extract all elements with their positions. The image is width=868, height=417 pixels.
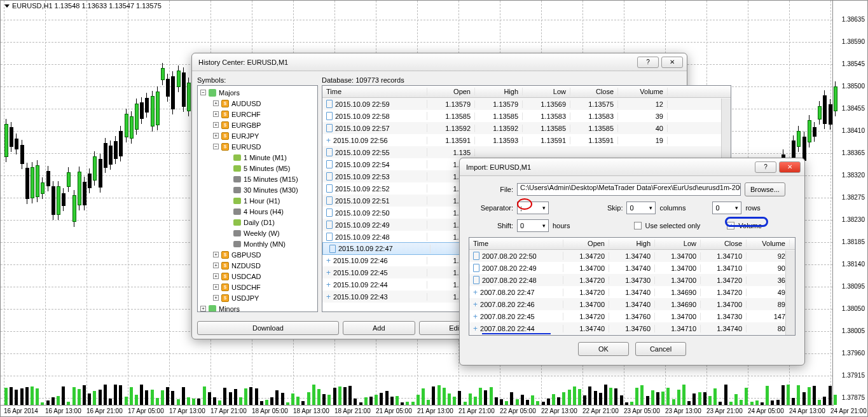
time-tick: 23 Apr 21:00 [706,407,743,414]
time-tick: 23 Apr 13:00 [665,407,701,414]
skip-rows-select[interactable]: 0 [712,202,741,214]
bar-icon: + [473,289,478,296]
cancel-button[interactable]: Cancel [635,342,686,356]
tree-usdchf[interactable]: +$USDCHF [198,282,317,292]
price-tick: 1.38410 [842,127,865,134]
col-high[interactable]: High [609,240,655,247]
currency-icon: $ [221,132,229,140]
col-open[interactable]: Open [427,88,475,95]
table-row[interactable]: 2007.08.20 22:481.347201.347301.347001.3… [469,274,795,286]
import-window[interactable]: Import: EURUSD,M1 ? ✕ File: C:\Users\Adm… [459,158,805,366]
tree-eurgbp[interactable]: +$EURGBP [198,120,317,130]
table-row[interactable]: 2015.10.09 22:551.135 [322,146,731,158]
help-button[interactable]: ? [637,57,659,68]
help-button[interactable]: ? [755,161,776,173]
grid-header[interactable]: Time Open High Low Close Volume [322,86,731,98]
separator-label: Separator: [469,204,513,212]
download-button[interactable]: Download [197,321,339,335]
table-row[interactable]: 2007.08.20 22:491.347001.347401.347001.3… [469,262,795,274]
bar-icon [473,264,479,272]
time-tick: 24 Apr 21:00 [830,407,867,414]
tree-usdcad[interactable]: +$USDCAD [198,271,317,282]
symbols-tree[interactable]: −Majors +$AUDUSD +$EURCHF +$EURGBP +$EUR… [197,85,318,312]
bar-icon: + [473,301,478,308]
shift-select[interactable]: 0 [517,219,549,232]
add-button[interactable]: Add [343,321,415,335]
table-row[interactable]: 2007.08.20 22:501.347201.347401.347001.3… [469,250,795,262]
skip-columns-select[interactable]: 0 [626,202,656,214]
import-title: Import: EURUSD,M1 [464,163,752,171]
tree-usdjpy[interactable]: +$USDJPY [198,292,317,303]
price-tick: 1.38365 [842,149,865,156]
tree-w[interactable]: Weekly (W) [198,228,317,238]
col-volume[interactable]: Volume [747,240,790,247]
time-tick: 24 Apr 13:00 [789,407,825,414]
col-close[interactable]: Close [701,240,747,247]
table-row[interactable]: +2007.08.20 22:471.347201.347401.346901.… [469,286,795,298]
time-tick: 24 Apr 05:00 [748,407,784,414]
tree-h4[interactable]: 4 Hours (H4) [198,206,317,217]
bar-icon [326,221,333,229]
time-tick: 23 Apr 05:00 [624,407,660,414]
database-label: Database: 109773 records [322,76,731,84]
time-tick: 18 Apr 13:00 [293,407,329,414]
import-scrollbar[interactable] [785,250,795,335]
close-button[interactable]: ✕ [779,161,801,173]
table-row[interactable]: +2007.08.20 22:451.347201.347601.347001.… [469,310,795,322]
price-tick: 1.37915 [842,372,865,379]
table-row[interactable]: 2015.10.09 22:581.135851.135851.135831.1… [322,110,731,122]
table-row[interactable]: 2015.10.09 22:591.135791.135791.135691.1… [322,98,731,110]
price-tick: 1.38140 [842,261,865,268]
import-titlebar[interactable]: Import: EURUSD,M1 ? ✕ [460,158,804,176]
price-tick: 1.38095 [842,283,865,290]
separator-select[interactable]: ; [517,202,549,214]
history-center-title: History Center: EURUSD,M1 [196,58,635,66]
col-low[interactable]: Low [655,240,701,247]
table-row[interactable]: +2007.08.20 22:461.347001.347401.346901.… [469,298,795,310]
col-open[interactable]: Open [563,240,609,247]
tree-majors[interactable]: −Majors [198,87,317,98]
chart-menu-triangle-icon[interactable] [4,4,10,8]
folder-icon [209,305,216,313]
tree-nzdusd[interactable]: +$NZDUSD [198,260,317,271]
price-tick: 1.38275 [842,194,865,201]
tree-minors[interactable]: +Minors [198,303,317,312]
bar-icon [326,124,333,132]
tree-eurchf[interactable]: +$EURCHF [198,109,317,120]
tree-d1[interactable]: Daily (D1) [198,217,317,228]
rows-label: rows [745,204,760,212]
table-row[interactable]: 2015.10.09 22:571.135921.135921.135851.1… [322,122,731,134]
tree-eurusd[interactable]: −$EURUSD [198,141,317,152]
col-low[interactable]: Low [523,88,570,95]
tree-m15[interactable]: 15 Minutes (M15) [198,174,317,184]
import-data-grid[interactable]: Time Open High Low Close Volume 2007.08.… [469,237,796,336]
col-volume[interactable]: Volume [618,88,668,95]
table-row[interactable]: +2015.10.09 22:561.135911.135931.135911.… [322,134,731,146]
tree-m1[interactable]: 1 Minute (M1) [198,152,317,163]
import-grid-header[interactable]: Time Open High Low Close Volume [469,238,795,250]
history-center-titlebar[interactable]: History Center: EURUSD,M1 ? ✕ [192,53,687,71]
currency-icon: $ [221,121,229,129]
symbols-label: Symbols: [197,76,318,84]
use-selected-checkbox[interactable] [634,222,642,229]
tree-m30[interactable]: 30 Minutes (M30) [198,184,317,195]
col-close[interactable]: Close [570,88,618,95]
col-time[interactable]: Time [322,88,427,95]
tree-audusd[interactable]: +$AUDUSD [198,98,317,109]
browse-button[interactable]: Browse... [745,182,785,196]
volume-label: Volume [738,222,762,229]
database-icon [233,154,241,161]
file-input[interactable]: C:\Users\Admin\Desktop\MetaTrader Data\F… [517,183,741,196]
close-button[interactable]: ✕ [661,57,683,68]
tree-mn[interactable]: Monthly (MN) [198,238,317,249]
bar-icon [326,233,333,241]
volume-checkbox[interactable] [727,222,734,229]
tree-gbpusd[interactable]: +$GBPUSD [198,249,317,260]
tree-m5[interactable]: 5 Minutes (M5) [198,163,317,174]
ok-button[interactable]: OK [578,342,629,356]
tree-eurjpy[interactable]: +$EURJPY [198,130,317,141]
database-icon [233,176,241,182]
col-time[interactable]: Time [469,240,563,247]
tree-h1[interactable]: 1 Hour (H1) [198,195,317,206]
col-high[interactable]: High [475,88,523,95]
